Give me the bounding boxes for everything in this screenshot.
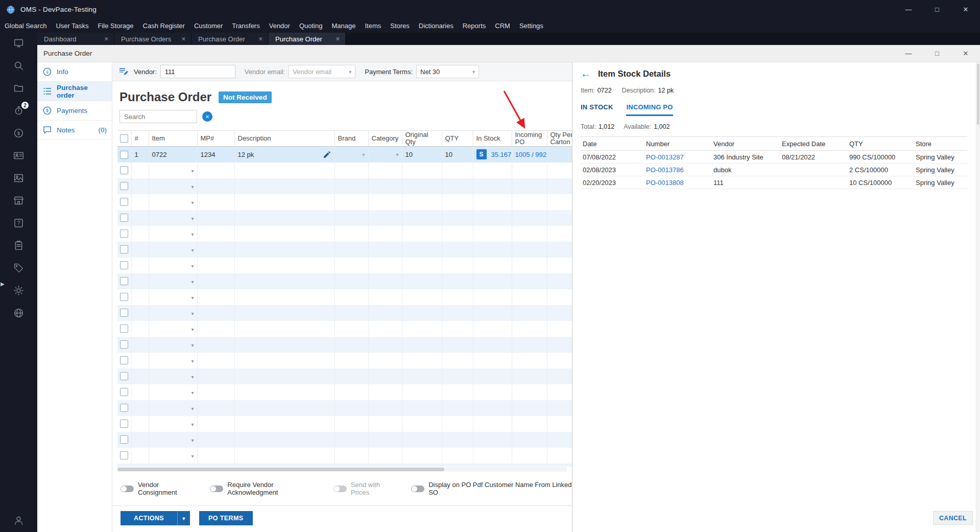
stock-table-row[interactable]: 07/08/2022 PO-0013287 306 Industry Site … (581, 151, 967, 164)
cell-item[interactable]: 0722 (149, 147, 197, 163)
po-table-empty-row[interactable]: ▾ (117, 353, 572, 368)
chevron-down-icon[interactable]: ▾ (191, 422, 194, 427)
tab-in-stock[interactable]: IN STOCK (581, 103, 613, 116)
po-number-link[interactable]: PO-0013287 (646, 153, 684, 161)
row-checkbox[interactable] (120, 404, 128, 412)
window-close-button[interactable]: ✕ (951, 45, 980, 62)
panel-expander-icon[interactable]: ▶ (1, 281, 5, 287)
po-table-empty-row[interactable]: ▾ (117, 242, 572, 258)
nav-item-notes[interactable]: Notes (0) (37, 121, 112, 140)
chevron-down-icon[interactable]: ▾ (191, 327, 194, 332)
row-checkbox[interactable] (120, 309, 128, 317)
po-table-empty-row[interactable]: ▾ (117, 194, 572, 210)
po-number-link[interactable]: PO-0013808 (646, 179, 684, 187)
chevron-down-icon[interactable]: ▾ (191, 311, 194, 316)
close-icon[interactable]: ✕ (181, 36, 186, 42)
row-checkbox[interactable] (120, 435, 128, 444)
globe-icon[interactable] (13, 308, 24, 318)
contact-card-icon[interactable] (13, 150, 24, 161)
search-icon[interactable] (13, 60, 24, 71)
row-checkbox[interactable] (120, 388, 128, 396)
po-table-empty-row[interactable]: ▾ (117, 289, 572, 305)
tab-dashboard[interactable]: Dashboard ✕ (37, 33, 114, 45)
row-checkbox[interactable] (120, 277, 128, 285)
vendor-input[interactable] (160, 65, 235, 78)
cell-original-qty[interactable]: 10 (402, 147, 442, 163)
po-table-row-1[interactable]: 1 0722 1234 12 pk ▾ ▾ 10 (117, 147, 572, 163)
menu-stores[interactable]: Stores (386, 22, 414, 30)
image-icon[interactable] (13, 173, 24, 183)
window-maximize-button[interactable]: □ (923, 45, 951, 62)
toggle-switch[interactable] (411, 485, 424, 492)
in-stock-link[interactable]: 35.167 (491, 151, 512, 158)
stock-table-row[interactable]: 02/20/2023 PO-0013808 111 10 CS/100000 S… (581, 176, 967, 189)
chevron-down-icon[interactable]: ▾ (191, 295, 194, 300)
toggle-display-customer-name[interactable]: Display on PO Pdf Customer Name From Lin… (411, 481, 572, 496)
chevron-down-icon[interactable]: ▾ (191, 263, 194, 269)
close-icon[interactable]: ✕ (336, 36, 340, 42)
menu-reports[interactable]: Reports (458, 22, 491, 30)
menu-file-storage[interactable]: File Storage (93, 22, 138, 30)
po-table-empty-row[interactable]: ▾ (117, 464, 572, 467)
menu-vendor[interactable]: Vendor (265, 22, 295, 30)
row-checkbox[interactable] (120, 261, 128, 269)
gear-icon[interactable] (13, 285, 24, 296)
po-number-link[interactable]: PO-0013786 (646, 166, 684, 174)
select-all-checkbox[interactable] (120, 134, 128, 143)
toggle-vendor-consignment[interactable]: Vendor Consignment (121, 481, 195, 496)
close-button[interactable]: ✕ (951, 0, 980, 19)
actions-button[interactable]: ACTIONS (121, 511, 177, 525)
clear-search-button[interactable]: ✕ (202, 111, 212, 122)
tab-purchase-order-1[interactable]: Purchase Order ✕ (192, 33, 269, 45)
nav-item-info[interactable]: Info (37, 62, 112, 82)
cell-description[interactable]: 12 pk (238, 151, 254, 158)
chevron-down-icon[interactable]: ▾ (468, 69, 475, 75)
menu-dictionaries[interactable]: Dictionaries (414, 22, 458, 30)
tab-purchase-orders[interactable]: Purchase Orders ✕ (114, 33, 192, 45)
chevron-down-icon[interactable]: ▾ (191, 374, 194, 380)
menu-user-tasks[interactable]: User Tasks (51, 22, 93, 30)
chevron-down-icon[interactable]: ▾ (191, 168, 194, 174)
menu-crm[interactable]: CRM (490, 22, 515, 30)
toggle-require-vendor-acknowledgment[interactable]: Require Vendor Acknowledgment (210, 481, 318, 496)
po-table-empty-row[interactable]: ▾ (117, 384, 572, 400)
chevron-down-icon[interactable]: ▾ (191, 279, 194, 285)
chevron-down-icon[interactable]: ▾ (191, 390, 194, 396)
chevron-down-icon[interactable]: ▾ (191, 342, 194, 348)
po-table-empty-row[interactable]: ▾ (117, 273, 572, 289)
brand-dropdown[interactable]: ▾ (338, 152, 365, 157)
po-table-empty-row[interactable]: ▾ (117, 226, 572, 242)
menu-cash-register[interactable]: Cash Register (138, 22, 189, 30)
cell-qty[interactable]: 10 (442, 147, 473, 163)
chevron-down-icon[interactable]: ▾ (345, 69, 351, 75)
form-edit-icon[interactable] (118, 66, 129, 77)
toggle-switch[interactable] (121, 485, 134, 492)
timer-icon[interactable]: 2 (13, 105, 24, 116)
chevron-down-icon[interactable]: ▾ (191, 232, 194, 237)
row-checkbox[interactable] (120, 229, 128, 238)
menu-items[interactable]: Items (360, 22, 386, 30)
po-table-empty-row[interactable]: ▾ (117, 305, 572, 321)
close-icon[interactable]: ✕ (104, 36, 109, 42)
menu-manage[interactable]: Manage (327, 22, 360, 30)
category-dropdown[interactable]: ▾ (372, 152, 399, 157)
scrollbar-thumb[interactable] (977, 63, 979, 125)
po-table-empty-row[interactable]: ▾ (117, 432, 572, 448)
actions-dropdown-button[interactable]: ▾ (177, 511, 190, 525)
po-table-empty-row[interactable]: ▾ (117, 416, 572, 432)
chevron-down-icon[interactable]: ▾ (191, 216, 194, 221)
row-checkbox[interactable] (120, 214, 128, 222)
row-checkbox[interactable] (120, 372, 128, 380)
chevron-down-icon[interactable]: ▾ (191, 247, 194, 253)
stock-indicator-badge[interactable]: S (476, 149, 487, 159)
cell-mp[interactable]: 1234 (197, 147, 234, 163)
chevron-down-icon[interactable]: ▾ (191, 184, 194, 190)
close-icon[interactable]: ✕ (258, 36, 263, 42)
vendor-email-combo[interactable]: Vendor email ▾ (289, 65, 355, 78)
user-icon[interactable] (13, 515, 24, 526)
tab-incoming-po[interactable]: INCOMING PO (626, 103, 673, 116)
row-checkbox[interactable] (120, 198, 128, 206)
chevron-down-icon[interactable]: ▾ (191, 437, 194, 443)
chevron-down-icon[interactable]: ▾ (191, 406, 194, 411)
po-table-empty-row[interactable]: ▾ (117, 400, 572, 416)
